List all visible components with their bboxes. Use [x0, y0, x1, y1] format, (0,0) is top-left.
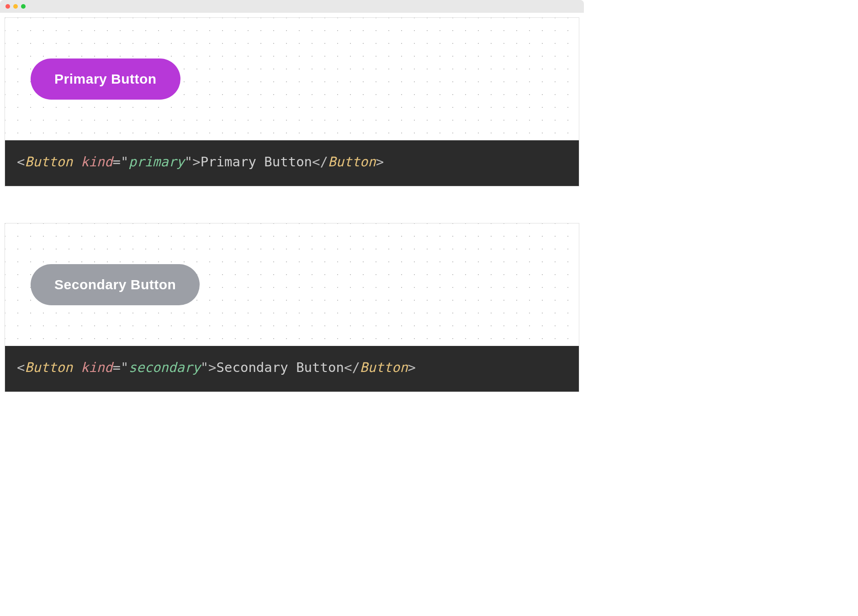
copy-button[interactable]: [551, 360, 567, 375]
window-maximize-icon[interactable]: [21, 4, 26, 9]
window-close-icon[interactable]: [5, 4, 10, 9]
window-minimize-icon[interactable]: [13, 4, 18, 9]
window-titlebar: [0, 0, 584, 13]
copy-button[interactable]: [551, 154, 567, 170]
example-block-primary: Primary Button <Button kind="primary">Pr…: [5, 17, 579, 186]
code-line: <Button kind="secondary">Secondary Butto…: [17, 360, 416, 375]
secondary-button[interactable]: Secondary Button: [31, 264, 200, 305]
preview-area: Primary Button: [5, 18, 579, 140]
example-block-secondary: Secondary Button <Button kind="secondary…: [5, 223, 579, 392]
window: Primary Button <Button kind="primary">Pr…: [0, 0, 584, 420]
copy-icon: [551, 185, 567, 186]
preview-area: Secondary Button: [5, 223, 579, 346]
code-line: <Button kind="primary">Primary Button</B…: [17, 154, 384, 170]
code-block: <Button kind="primary">Primary Button</B…: [5, 140, 579, 186]
content-area: Primary Button <Button kind="primary">Pr…: [0, 13, 584, 420]
copy-icon: [551, 391, 567, 392]
primary-button[interactable]: Primary Button: [31, 58, 180, 100]
code-block: <Button kind="secondary">Secondary Butto…: [5, 346, 579, 392]
